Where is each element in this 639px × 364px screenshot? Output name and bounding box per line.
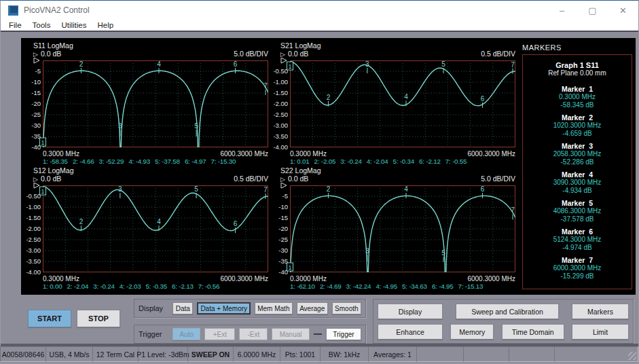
menu-item-help[interactable]: Help — [92, 21, 119, 29]
marker-label-3[interactable]: 3 — [365, 60, 369, 68]
y-tick-label: -20 — [31, 100, 41, 107]
marker-label-6[interactable]: 6 — [481, 185, 485, 193]
status-cell-text: Pts: 1001 — [285, 350, 315, 359]
readout-value: 3: -42.24 — [346, 283, 371, 291]
marker-label-4[interactable]: 4 — [157, 218, 161, 225]
status-bar: A0058/08646USB, 4 Mb/s12 Term CalP1 Leve… — [1, 346, 638, 362]
marker-label-7[interactable]: 7 — [263, 186, 268, 194]
panel-button-markers[interactable]: Markers — [572, 304, 629, 319]
start-button[interactable]: START — [28, 310, 71, 327]
marker-readout-s21: 1: 0.012: -2.053: -0.244: -2.045: -0.346… — [274, 158, 518, 166]
marker-label-2[interactable]: 2 — [327, 94, 331, 101]
display-group: Display DataData + MemoryMem MathAverage… — [134, 299, 366, 318]
marker-entry-value: -15.299 dB — [523, 272, 632, 280]
x-axis-s12: 0.3000 MHz6000.3000 MHz — [26, 275, 271, 283]
display-button-smooth[interactable]: Smooth — [332, 302, 361, 314]
marker-entry-value: -4.659 dB — [523, 130, 632, 138]
marker-label-2[interactable]: 2 — [79, 218, 84, 225]
status-cell-12 — [554, 346, 638, 362]
marker-label-7[interactable]: 7 — [511, 61, 515, 69]
ref-level-label: ▷0.0 dB — [280, 50, 308, 58]
readout-value: 7: -15.13 — [458, 283, 483, 291]
readout-value: 1: 0.01 — [290, 158, 310, 166]
panel-button-sweep-and-calibration[interactable]: Sweep and Calibration — [456, 304, 559, 319]
maximize-icon[interactable]: ▢ — [577, 1, 608, 20]
marker-label-3[interactable]: 3 — [118, 122, 122, 130]
menu-item-file[interactable]: File — [3, 21, 27, 29]
marker-label-3[interactable]: 3 — [118, 185, 122, 193]
marker-label-3[interactable]: 3 — [365, 247, 369, 255]
marker-label-1: 1 — [288, 63, 291, 70]
marker-label-7[interactable]: 7 — [511, 206, 515, 214]
display-button-data-memory[interactable]: Data + Memory — [197, 302, 250, 314]
marker-label-5[interactable]: 5 — [441, 249, 445, 257]
plot-s12[interactable]: -0.50-1.00-1.50-2.00-2.50-3.00-3.50-4.00… — [26, 183, 271, 275]
graph-refline-s11: ▷0.0 dB5.0 dB/DIV — [26, 50, 271, 58]
close-icon[interactable]: ✕ — [608, 1, 638, 20]
marker-label-4[interactable]: 4 — [404, 93, 408, 101]
status-cell-2: 12 Term Cal — [92, 346, 139, 362]
panel-button-time-domain[interactable]: Time Domain — [502, 324, 564, 340]
marker-label-4[interactable]: 4 — [404, 185, 408, 193]
trigger-button-trigger[interactable]: Trigger — [326, 328, 361, 340]
plot-s21[interactable]: -0.50-1.00-1.50-2.00-2.50-3.00-3.50-4.00… — [274, 58, 518, 150]
plot-s22[interactable]: -5-10-15-20-25-30-35-401234567 — [274, 183, 518, 275]
display-button-mem-math[interactable]: Mem Math — [255, 302, 293, 314]
marker-label-5[interactable]: 5 — [441, 60, 445, 68]
marker-label-6[interactable]: 6 — [234, 60, 238, 68]
graph-refline-s12: ▷0.0 dB0.5 dB/DIV — [26, 175, 271, 183]
x-stop-label: 6000.3000 MHz — [220, 275, 268, 283]
marker-label-2[interactable]: 2 — [327, 185, 331, 193]
trigger-button-manual[interactable]: Manual — [272, 328, 309, 340]
display-button-data[interactable]: Data — [172, 302, 193, 314]
minimize-icon[interactable]: – — [547, 1, 577, 20]
readout-value: 6: -2.13 — [172, 283, 194, 291]
marker-label-5[interactable]: 5 — [194, 185, 198, 193]
display-button-average[interactable]: Average — [297, 302, 328, 314]
window-controls: – ▢ ✕ — [547, 1, 638, 20]
status-cell-text: SWEEP ON — [191, 350, 230, 359]
marker-label-6[interactable]: 6 — [234, 220, 238, 228]
marker-label-7[interactable]: 7 — [263, 82, 268, 90]
y-tick-label: -3.00 — [26, 247, 41, 254]
marker-label-4[interactable]: 4 — [157, 60, 161, 68]
y-tick-label: -30 — [278, 247, 288, 254]
status-cell-text: BW: 1kHz — [329, 350, 360, 359]
marker-entry-name: Marker 7 — [523, 256, 632, 264]
panel-button-limit[interactable]: Limit — [572, 324, 629, 340]
trigger-group: Trigger Auto+Ext-ExtManualTrigger — [134, 325, 366, 344]
trigger-button-auto[interactable]: Auto — [172, 328, 200, 340]
ref-level-label: ▷0.0 dB — [33, 50, 61, 58]
menu-item-tools[interactable]: Tools — [27, 21, 56, 29]
panel-button-display[interactable]: Display — [378, 304, 443, 319]
marker-label-2[interactable]: 2 — [79, 60, 84, 68]
stop-button[interactable]: STOP — [77, 310, 120, 327]
trigger-button--ext[interactable]: +Ext — [204, 328, 235, 340]
readout-value: 6: -4.95 — [432, 283, 454, 291]
marker-label-1: 1 — [41, 188, 44, 195]
marker-entry-name: Marker 3 — [523, 142, 632, 150]
status-cell-text: P1 Level: -3dBm — [136, 350, 189, 359]
readout-value: 1: -62.10 — [290, 283, 315, 291]
panel-button-enhance[interactable]: Enhance — [378, 324, 443, 340]
menu-item-utilities[interactable]: Utilities — [56, 21, 92, 29]
y-tick-label: -1.50 — [26, 214, 41, 221]
title-bar[interactable]: PicoVNA2 Control – ▢ ✕ — [1, 1, 638, 20]
marker-label-5[interactable]: 5 — [194, 122, 198, 130]
y-tick-label: -2.00 — [26, 225, 41, 232]
y-tick-label: -0.50 — [26, 192, 41, 200]
plot-s11[interactable]: -5-10-15-20-25-30-35-401234567 — [26, 58, 271, 150]
panel-button-memory[interactable]: Memory — [450, 324, 494, 340]
marker-entry-value: -4.974 dB — [523, 244, 632, 252]
readout-value: 5: -0.34 — [392, 158, 414, 166]
resize-grip[interactable] — [628, 352, 636, 360]
trigger-button--ext[interactable]: -Ext — [239, 328, 268, 340]
readout-value: 5: -34.63 — [402, 283, 427, 291]
ref-level-value: 0.0 dB — [41, 175, 61, 183]
y-tick-label: -40 — [31, 143, 41, 150]
readout-value: 3: -0.24 — [340, 158, 362, 166]
ref-level-icon: ▷ — [280, 176, 285, 183]
marker-label-6[interactable]: 6 — [481, 95, 485, 103]
graph-s22: S22 LogMag▷0.0 dB5.0 dB/DIV-5-10-15-20-2… — [274, 167, 518, 291]
y-tick-label: -5 — [35, 67, 41, 75]
